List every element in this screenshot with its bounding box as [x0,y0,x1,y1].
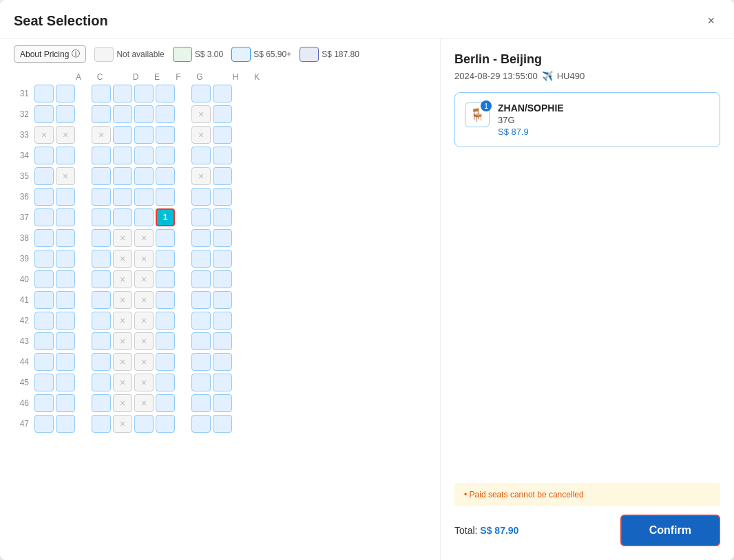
seat-38K[interactable] [213,229,232,247]
seat-41D[interactable] [92,291,111,309]
seat-41H[interactable] [191,291,211,309]
seat-38C[interactable] [56,229,75,247]
seat-36D[interactable] [92,188,111,206]
seat-32D[interactable] [92,105,111,123]
seat-34A[interactable] [34,147,54,164]
seat-31G[interactable] [156,85,175,103]
seat-40H[interactable] [191,270,211,288]
seat-43K[interactable] [213,332,232,350]
seat-31F[interactable] [134,85,154,103]
seat-32E[interactable] [113,105,132,123]
seat-39H[interactable] [191,250,211,268]
seat-42D[interactable] [92,312,111,330]
seat-36F[interactable] [134,188,154,206]
seat-35D[interactable] [92,167,111,185]
seat-39K[interactable] [213,250,232,268]
seat-40C[interactable] [56,270,75,288]
seat-37C[interactable] [56,208,75,226]
seat-33F[interactable] [134,126,154,144]
seat-47G[interactable] [156,415,175,433]
seat-38A[interactable] [34,229,54,247]
seat-42H[interactable] [191,312,211,330]
seat-35G[interactable] [156,167,175,185]
seat-41C[interactable] [56,291,75,309]
seat-41K[interactable] [213,291,232,309]
seat-32C[interactable] [56,105,75,123]
seat-36C[interactable] [56,188,75,206]
confirm-button[interactable]: Confirm [620,515,720,546]
close-button[interactable]: × [702,11,720,31]
seat-41G[interactable] [156,291,175,309]
seat-46A[interactable] [34,394,54,412]
seat-45A[interactable] [34,374,54,391]
seat-45G[interactable] [156,374,175,391]
seat-40A[interactable] [34,270,54,288]
seat-36G[interactable] [156,188,175,206]
seat-46K[interactable] [213,394,232,412]
seat-38D[interactable] [92,229,111,247]
seat-46C[interactable] [56,394,75,412]
seat-33K[interactable] [213,126,232,144]
seat-43C[interactable] [56,332,75,350]
seat-34G[interactable] [156,147,175,164]
seat-32K[interactable] [213,105,232,123]
seat-47H[interactable] [191,415,211,433]
seat-44G[interactable] [156,353,175,371]
seat-43G[interactable] [156,332,175,350]
seat-36H[interactable] [191,188,211,206]
seat-44A[interactable] [34,353,54,371]
seat-44H[interactable] [191,353,211,371]
seat-33E[interactable] [113,126,132,144]
seat-46H[interactable] [191,394,211,412]
seat-38G[interactable] [156,229,175,247]
seat-44K[interactable] [213,353,232,371]
seat-39G[interactable] [156,250,175,268]
seat-37H[interactable] [191,208,211,226]
seat-35A[interactable] [34,167,54,185]
seat-32F[interactable] [134,105,154,123]
seat-31C[interactable] [56,85,75,103]
seat-31E[interactable] [113,85,132,103]
seat-47A[interactable] [34,415,54,433]
seat-45D[interactable] [92,374,111,391]
seat-40G[interactable] [156,270,175,288]
seat-37F[interactable] [134,208,154,226]
seat-45H[interactable] [191,374,211,391]
seat-42C[interactable] [56,312,75,330]
seat-37G-selected[interactable]: 1 [156,208,175,226]
seat-44C[interactable] [56,353,75,371]
seat-37K[interactable] [213,208,232,226]
seat-31K[interactable] [213,85,232,103]
seat-34F[interactable] [134,147,154,164]
seat-41A[interactable] [34,291,54,309]
seat-39A[interactable] [34,250,54,268]
seat-42G[interactable] [156,312,175,330]
seat-31D[interactable] [92,85,111,103]
seat-map-container[interactable]: A C D E F G H K 31 [0,69,440,560]
seat-32G[interactable] [156,105,175,123]
seat-39C[interactable] [56,250,75,268]
seat-45K[interactable] [213,374,232,391]
seat-32A[interactable] [34,105,54,123]
seat-43H[interactable] [191,332,211,350]
seat-37E[interactable] [113,208,132,226]
seat-40K[interactable] [213,270,232,288]
seat-46D[interactable] [92,394,111,412]
seat-34E[interactable] [113,147,132,164]
seat-34D[interactable] [92,147,111,164]
seat-36A[interactable] [34,188,54,206]
seat-47K[interactable] [213,415,232,433]
seat-42K[interactable] [213,312,232,330]
seat-39D[interactable] [92,250,111,268]
seat-46G[interactable] [156,394,175,412]
seat-35E[interactable] [113,167,132,185]
seat-36E[interactable] [113,188,132,206]
seat-42A[interactable] [34,312,54,330]
seat-34K[interactable] [213,147,232,164]
seat-34C[interactable] [56,147,75,164]
seat-47C[interactable] [56,415,75,433]
about-pricing-button[interactable]: About Pricing ⓘ [14,45,86,63]
seat-36K[interactable] [213,188,232,206]
seat-35K[interactable] [213,167,232,185]
seat-37D[interactable] [92,208,111,226]
